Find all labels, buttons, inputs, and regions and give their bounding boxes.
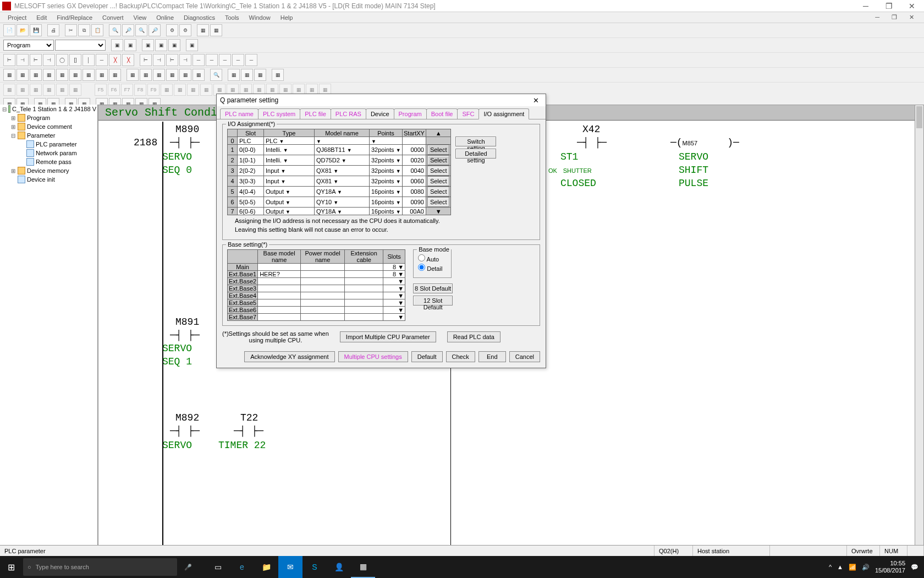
outlook-icon[interactable]: ✉ [278, 556, 302, 578]
tb-e-icon[interactable]: ▣ [168, 39, 180, 51]
tab-plc-file[interactable]: PLC file [300, 108, 331, 119]
tree-device-init[interactable]: Device init [0, 175, 97, 184]
switch-setting-button[interactable]: Switch setting [455, 137, 496, 146]
tb3-3-icon[interactable]: ▦ [30, 84, 42, 96]
io-type[interactable]: Intelli. ▼ [264, 145, 315, 155]
io-select-cell[interactable]: Select [426, 166, 451, 176]
select-button[interactable]: Select [427, 155, 450, 165]
extension-cable[interactable] [345, 314, 383, 321]
default-button[interactable]: Default [411, 351, 443, 362]
tb-print-icon[interactable]: 🖨 [47, 24, 59, 36]
base-row[interactable]: Ext.Base1 HERE? 8 ▼ [228, 271, 405, 278]
base-row[interactable]: Main 8 ▼ [228, 264, 405, 271]
io-points[interactable]: 16points ▼ [370, 187, 403, 197]
tb3-13-icon[interactable]: ▦ [174, 84, 186, 96]
io-slot[interactable]: 6(0-6) [238, 208, 264, 215]
power-model-name[interactable] [301, 314, 345, 321]
gx-developer-icon[interactable]: ▦ [351, 556, 375, 578]
base-row[interactable]: Ext.Base6 ▼ [228, 307, 405, 314]
extension-cable[interactable] [345, 307, 383, 314]
end-button[interactable]: End [479, 351, 506, 362]
io-model[interactable]: QX81 ▼ [315, 176, 370, 187]
tb-open-icon[interactable]: 📂 [16, 24, 29, 36]
tb-af5-icon[interactable]: ─ [193, 54, 205, 66]
power-model-name[interactable] [301, 264, 345, 271]
cortana-mic-icon[interactable]: 🎤 [177, 564, 199, 571]
io-type[interactable]: Input ▼ [264, 176, 315, 187]
tb-f10-icon[interactable]: ─ [232, 54, 244, 66]
io-startxy[interactable]: 0000 [403, 145, 426, 155]
select-button[interactable]: Select [427, 176, 450, 186]
tab-plc-ras[interactable]: PLC RAS [331, 108, 366, 119]
slot8-button[interactable]: 8 Slot Default [413, 283, 453, 293]
detailed-setting-button[interactable]: Detailed setting [455, 149, 496, 159]
io-startxy[interactable]: 0080 [403, 187, 426, 197]
io-startxy[interactable]: 0060 [403, 176, 426, 187]
tb3-2-icon[interactable]: ▦ [16, 84, 29, 96]
io-slot[interactable]: PLC [238, 137, 264, 145]
io-select-cell[interactable]: Select [426, 197, 451, 208]
select-button[interactable]: Select [427, 166, 450, 176]
base-row[interactable]: Ext.Base5 ▼ [228, 299, 405, 307]
io-row[interactable]: 5 4(0-4) Output ▼ QY18A ▼ 16points ▼ 008… [228, 187, 451, 197]
tb2-13-icon[interactable]: ▦ [166, 69, 178, 81]
tb-sf5-icon[interactable]: ⊢ [30, 54, 42, 66]
base-row[interactable]: Ext.Base3 ▼ [228, 285, 405, 292]
menu-find[interactable]: Find/Replace [52, 13, 97, 22]
io-row[interactable]: 3 2(0-2) Input ▼ QX81 ▼ 32points ▼ 0040 … [228, 166, 451, 176]
tb-tool1-icon[interactable]: ⚙ [166, 24, 178, 36]
select-button[interactable]: Select [427, 187, 450, 197]
tb-c-icon[interactable]: ▣ [142, 39, 154, 51]
tab-io-assignment[interactable]: I/O assignment [479, 108, 529, 119]
base-model-name[interactable] [258, 264, 301, 271]
tray-chevron-icon[interactable]: ^ [829, 564, 832, 570]
io-type[interactable]: Input ▼ [264, 166, 315, 176]
program-combo2[interactable] [55, 40, 106, 51]
tb-tool2-icon[interactable]: ⚙ [179, 24, 191, 36]
program-combo[interactable]: Program [3, 40, 54, 51]
io-points[interactable]: 32points ▼ [370, 145, 403, 155]
menu-edit[interactable]: Edit [32, 13, 51, 22]
tb2-15-icon[interactable]: ▦ [193, 69, 205, 81]
io-startxy[interactable]: 00A0 [403, 208, 426, 215]
tb-sf9-icon[interactable]: ─ [96, 54, 108, 66]
io-points[interactable]: 32points ▼ [370, 166, 403, 176]
io-slot[interactable]: 5(0-5) [238, 197, 264, 208]
tb2-10-icon[interactable]: ▦ [127, 69, 139, 81]
io-select-cell[interactable]: Select [426, 145, 451, 155]
io-points[interactable]: 32points ▼ [370, 155, 403, 166]
select-button[interactable]: Select [427, 197, 450, 207]
tb-f-icon[interactable]: ▣ [186, 39, 198, 51]
menu-project[interactable]: Project [3, 13, 31, 22]
explorer-icon[interactable]: 📁 [254, 556, 278, 578]
task-view-icon[interactable]: ▭ [206, 556, 230, 578]
io-row[interactable]: 7 6(0-6) Output ▼ QY18A ▼ 16points ▼ 00A… [228, 208, 451, 215]
base-table[interactable]: Base model name Power model name Extensi… [227, 249, 405, 321]
io-model[interactable]: ▼ [315, 137, 370, 145]
io-points[interactable]: 32points ▼ [370, 176, 403, 187]
io-model[interactable]: QX81 ▼ [315, 166, 370, 176]
io-table[interactable]: Slot Type Model name Points StartXY ▲ 0 … [227, 129, 451, 215]
tb-cf10-icon[interactable]: ╳ [122, 54, 134, 66]
tb-af7-icon[interactable]: ⊢ [166, 54, 178, 66]
tb2-2-icon[interactable]: ▦ [16, 69, 29, 81]
tb2-17-icon[interactable]: ▦ [228, 69, 240, 81]
radio-detail[interactable]: Detail [418, 264, 447, 272]
tb-cf9-icon[interactable]: ╳ [109, 54, 121, 66]
ack-xy-button[interactable]: Acknowledge XY assignment [244, 351, 334, 362]
ie-icon[interactable]: e [230, 556, 254, 578]
base-slots[interactable]: 8 ▼ [383, 271, 405, 278]
tb-paste-icon[interactable]: 📋 [91, 24, 103, 36]
tab-sfc[interactable]: SFC [457, 108, 479, 119]
tb2-12-icon[interactable]: ▦ [153, 69, 165, 81]
tb3-12-icon[interactable]: ▦ [161, 84, 173, 96]
power-model-name[interactable] [301, 278, 345, 285]
tb-af8-icon[interactable]: ⊣ [179, 54, 191, 66]
io-row[interactable]: 4 3(0-3) Input ▼ QX81 ▼ 32points ▼ 0060 … [228, 176, 451, 187]
vscrollbar[interactable] [915, 105, 923, 561]
tb-f8-icon[interactable]: [] [69, 54, 81, 66]
power-model-name[interactable] [301, 299, 345, 307]
io-points[interactable]: 16points ▼ [370, 197, 403, 208]
radio-auto[interactable]: Auto [418, 254, 447, 263]
tb2-16-icon[interactable]: 🔍 [210, 69, 222, 81]
